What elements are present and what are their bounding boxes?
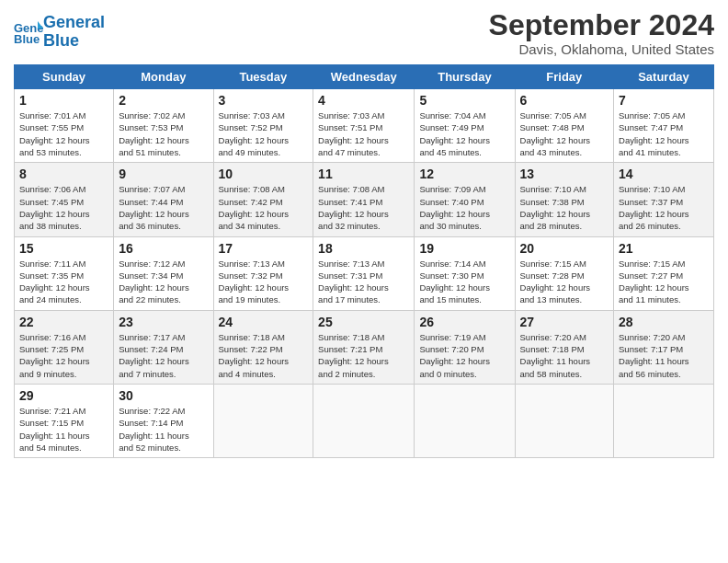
col-thursday: Thursday (415, 65, 515, 89)
day-info: Sunrise: 7:19 AMSunset: 7:20 PMDaylight:… (419, 331, 509, 380)
calendar-cell: 20 Sunrise: 7:15 AMSunset: 7:28 PMDaylig… (515, 236, 614, 310)
day-number: 22 (19, 315, 108, 329)
calendar-cell: 1 Sunrise: 7:01 AMSunset: 7:55 PMDayligh… (15, 89, 114, 163)
page-header: General Blue GeneralBlue September 2024 … (14, 9, 714, 57)
day-number: 11 (318, 167, 409, 181)
calendar-cell: 11 Sunrise: 7:08 AMSunset: 7:41 PMDaylig… (313, 163, 415, 236)
day-number: 27 (520, 315, 609, 329)
header-row: Sunday Monday Tuesday Wednesday Thursday… (15, 65, 714, 89)
calendar-week-2: 15 Sunrise: 7:11 AMSunset: 7:35 PMDaylig… (15, 236, 714, 310)
day-number: 10 (219, 167, 309, 181)
day-number: 1 (19, 93, 108, 108)
day-info: Sunrise: 7:12 AMSunset: 7:34 PMDaylight:… (119, 258, 208, 306)
day-info: Sunrise: 7:13 AMSunset: 7:32 PMDaylight:… (219, 258, 309, 306)
day-info: Sunrise: 7:13 AMSunset: 7:31 PMDaylight:… (318, 258, 409, 306)
calendar-cell: 4 Sunrise: 7:03 AMSunset: 7:51 PMDayligh… (313, 89, 415, 163)
day-info: Sunrise: 7:11 AMSunset: 7:35 PMDaylight:… (19, 258, 108, 306)
day-number: 8 (19, 167, 108, 181)
day-info: Sunrise: 7:22 AMSunset: 7:14 PMDaylight:… (119, 405, 208, 454)
calendar-cell: 18 Sunrise: 7:13 AMSunset: 7:31 PMDaylig… (313, 236, 415, 310)
day-number: 13 (520, 167, 609, 181)
calendar-cell: 29 Sunrise: 7:21 AMSunset: 7:15 PMDaylig… (15, 384, 114, 457)
day-info: Sunrise: 7:02 AMSunset: 7:53 PMDaylight:… (119, 109, 208, 158)
day-number: 4 (318, 93, 409, 108)
calendar-cell: 25 Sunrise: 7:18 AMSunset: 7:21 PMDaylig… (313, 310, 415, 384)
calendar-cell: 13 Sunrise: 7:10 AMSunset: 7:38 PMDaylig… (515, 163, 614, 236)
day-info: Sunrise: 7:17 AMSunset: 7:24 PMDaylight:… (119, 331, 208, 380)
calendar-cell: 10 Sunrise: 7:08 AMSunset: 7:42 PMDaylig… (213, 163, 313, 236)
calendar-week-4: 29 Sunrise: 7:21 AMSunset: 7:15 PMDaylig… (15, 384, 714, 457)
day-number: 6 (520, 93, 609, 108)
calendar-week-3: 22 Sunrise: 7:16 AMSunset: 7:25 PMDaylig… (15, 310, 714, 384)
col-tuesday: Tuesday (213, 65, 313, 89)
day-number: 29 (19, 388, 108, 403)
day-number: 14 (619, 167, 709, 181)
calendar-cell: 30 Sunrise: 7:22 AMSunset: 7:14 PMDaylig… (114, 384, 213, 457)
calendar-cell: 12 Sunrise: 7:09 AMSunset: 7:40 PMDaylig… (415, 163, 515, 236)
day-info: Sunrise: 7:05 AMSunset: 7:47 PMDaylight:… (619, 109, 709, 158)
calendar-cell: 19 Sunrise: 7:14 AMSunset: 7:30 PMDaylig… (415, 236, 515, 310)
logo-text: GeneralBlue (43, 14, 105, 51)
calendar-cell: 8 Sunrise: 7:06 AMSunset: 7:45 PMDayligh… (15, 163, 114, 236)
col-sunday: Sunday (15, 65, 114, 89)
calendar-cell: 7 Sunrise: 7:05 AMSunset: 7:47 PMDayligh… (614, 89, 714, 163)
calendar-cell: 15 Sunrise: 7:11 AMSunset: 7:35 PMDaylig… (15, 236, 114, 310)
calendar-table: Sunday Monday Tuesday Wednesday Thursday… (14, 64, 714, 458)
day-info: Sunrise: 7:20 AMSunset: 7:17 PMDaylight:… (619, 331, 709, 380)
day-info: Sunrise: 7:08 AMSunset: 7:41 PMDaylight:… (318, 183, 409, 232)
col-friday: Friday (515, 65, 614, 89)
day-info: Sunrise: 7:04 AMSunset: 7:49 PMDaylight:… (419, 109, 509, 158)
day-number: 25 (318, 315, 409, 329)
logo-icon: General Blue (14, 19, 43, 45)
day-info: Sunrise: 7:10 AMSunset: 7:37 PMDaylight:… (619, 183, 709, 232)
location: Davis, Oklahoma, United States (489, 41, 714, 57)
day-info: Sunrise: 7:09 AMSunset: 7:40 PMDaylight:… (419, 183, 509, 232)
day-number: 21 (619, 241, 709, 256)
logo: General Blue GeneralBlue (14, 14, 105, 51)
day-info: Sunrise: 7:07 AMSunset: 7:44 PMDaylight:… (119, 183, 208, 232)
day-number: 2 (119, 93, 208, 108)
calendar-cell: 24 Sunrise: 7:18 AMSunset: 7:22 PMDaylig… (213, 310, 313, 384)
day-number: 18 (318, 241, 409, 256)
calendar-cell: 21 Sunrise: 7:15 AMSunset: 7:27 PMDaylig… (614, 236, 714, 310)
day-info: Sunrise: 7:14 AMSunset: 7:30 PMDaylight:… (419, 258, 509, 306)
svg-text:Blue: Blue (14, 32, 40, 45)
calendar-cell: 17 Sunrise: 7:13 AMSunset: 7:32 PMDaylig… (213, 236, 313, 310)
calendar-cell (614, 384, 714, 457)
day-info: Sunrise: 7:20 AMSunset: 7:18 PMDaylight:… (520, 331, 609, 380)
day-info: Sunrise: 7:15 AMSunset: 7:27 PMDaylight:… (619, 258, 709, 306)
day-info: Sunrise: 7:06 AMSunset: 7:45 PMDaylight:… (19, 183, 108, 232)
calendar-cell: 26 Sunrise: 7:19 AMSunset: 7:20 PMDaylig… (415, 310, 515, 384)
day-number: 30 (119, 388, 208, 403)
day-number: 17 (219, 241, 309, 256)
calendar-cell (515, 384, 614, 457)
day-info: Sunrise: 7:03 AMSunset: 7:52 PMDaylight:… (219, 109, 309, 158)
day-info: Sunrise: 7:03 AMSunset: 7:51 PMDaylight:… (318, 109, 409, 158)
calendar-cell: 23 Sunrise: 7:17 AMSunset: 7:24 PMDaylig… (114, 310, 213, 384)
day-info: Sunrise: 7:01 AMSunset: 7:55 PMDaylight:… (19, 109, 108, 158)
day-number: 9 (119, 167, 208, 181)
calendar-cell: 28 Sunrise: 7:20 AMSunset: 7:17 PMDaylig… (614, 310, 714, 384)
day-info: Sunrise: 7:18 AMSunset: 7:22 PMDaylight:… (219, 331, 309, 380)
title-block: September 2024 Davis, Oklahoma, United S… (489, 9, 714, 57)
day-number: 23 (119, 315, 208, 329)
calendar-cell: 6 Sunrise: 7:05 AMSunset: 7:48 PMDayligh… (515, 89, 614, 163)
day-number: 5 (419, 93, 509, 108)
col-monday: Monday (114, 65, 213, 89)
calendar-week-0: 1 Sunrise: 7:01 AMSunset: 7:55 PMDayligh… (15, 89, 714, 163)
calendar-cell: 2 Sunrise: 7:02 AMSunset: 7:53 PMDayligh… (114, 89, 213, 163)
col-saturday: Saturday (614, 65, 714, 89)
day-number: 16 (119, 241, 208, 256)
calendar-cell (213, 384, 313, 457)
day-number: 15 (19, 241, 108, 256)
calendar-cell (415, 384, 515, 457)
day-number: 20 (520, 241, 609, 256)
day-number: 3 (219, 93, 309, 108)
day-number: 28 (619, 315, 709, 329)
day-number: 26 (419, 315, 509, 329)
day-number: 12 (419, 167, 509, 181)
day-info: Sunrise: 7:18 AMSunset: 7:21 PMDaylight:… (318, 331, 409, 380)
col-wednesday: Wednesday (313, 65, 415, 89)
calendar-cell: 27 Sunrise: 7:20 AMSunset: 7:18 PMDaylig… (515, 310, 614, 384)
day-number: 19 (419, 241, 509, 256)
